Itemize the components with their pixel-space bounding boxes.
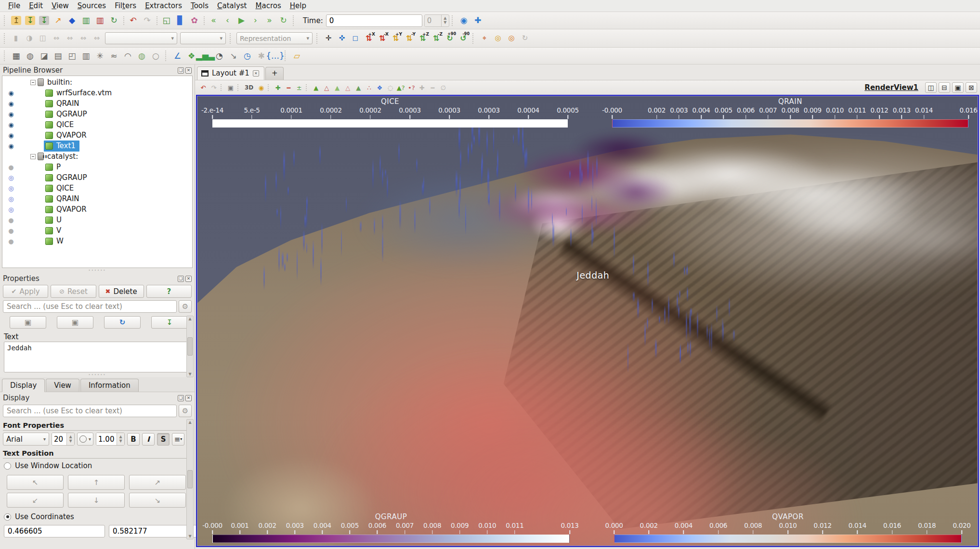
redo-icon[interactable]: ↷	[141, 14, 154, 27]
add-layout-tab[interactable]: +	[265, 67, 284, 80]
hover-cells-icon[interactable]: ✚	[417, 83, 427, 92]
vcr-last-frame-icon[interactable]: »	[263, 14, 276, 27]
select-cells-polygon-icon[interactable]: ▲	[353, 83, 363, 92]
visibility-eye-icon[interactable]: ◎	[2, 206, 20, 213]
search-options-gear-icon[interactable]: ⚙	[179, 405, 192, 417]
bold-toggle[interactable]: B	[127, 433, 140, 446]
italic-toggle[interactable]: I	[142, 433, 155, 446]
position-upper-right-button[interactable]: ↗	[129, 475, 186, 490]
contour-icon[interactable]: ◍	[24, 50, 37, 63]
vcr-first-frame-icon[interactable]: «	[207, 14, 220, 27]
coordinate-y-input[interactable]	[109, 525, 210, 537]
visibility-eye-icon[interactable]: ◎	[2, 185, 20, 192]
render-scene-3d[interactable]: Jeddah	[197, 96, 978, 546]
maximize-view-button[interactable]: ▣	[952, 82, 964, 93]
use-window-location-radio[interactable]	[4, 462, 11, 470]
close-layout-icon[interactable]: ✕	[253, 70, 259, 77]
probe-location-icon[interactable]: ↘	[227, 50, 240, 63]
visibility-eye-icon[interactable]: ◉	[2, 132, 20, 139]
color-flask-icon[interactable]: ◆	[65, 14, 78, 27]
close-panel-icon[interactable]: ✕	[185, 67, 192, 74]
font-color-button[interactable]: ▾	[77, 433, 93, 446]
pipeline-item-qrain[interactable]: ◎QRAIN	[2, 193, 192, 204]
tree-expander-icon[interactable]	[30, 154, 36, 159]
component-combo[interactable]: ▾	[180, 32, 226, 44]
search-options-gear-icon[interactable]: ⚙	[179, 300, 192, 313]
vcr-previous-frame-icon[interactable]: ‹	[221, 14, 234, 27]
pick-center-icon[interactable]: ◎	[492, 32, 504, 44]
camera-redo-icon[interactable]: ↷	[209, 83, 219, 92]
interactive-select-cells-icon[interactable]: ▲?	[396, 83, 405, 92]
open-file-icon[interactable]: ↥	[10, 14, 23, 27]
render-view-title[interactable]: RenderView1	[864, 83, 918, 92]
pipeline-group-row[interactable]: catalyst:	[2, 151, 192, 162]
camera-rotation-icon[interactable]: ↻	[519, 32, 531, 44]
disconnect-icon[interactable]: ▥	[93, 14, 106, 27]
select-cells-frustum-icon[interactable]: ▲	[332, 83, 342, 92]
interactive-select-points-icon[interactable]: •?	[406, 83, 416, 92]
time-input[interactable]	[326, 14, 422, 27]
properties-scrollbar[interactable]: ▲▼	[186, 316, 194, 377]
tree-expander-icon[interactable]	[30, 80, 36, 85]
histogram-icon[interactable]: ▂▅▃	[199, 50, 212, 63]
reset-camera-icon[interactable]: ✛	[322, 32, 335, 44]
subtract-selection-icon[interactable]: ━	[284, 83, 293, 92]
font-size-spinner[interactable]: ▲▼	[52, 433, 75, 446]
time-index-spinner[interactable]: ▲▼	[424, 14, 449, 27]
color-by-combo[interactable]: ▾	[105, 32, 177, 44]
paste-properties-button[interactable]: ▣	[57, 316, 93, 329]
close-panel-icon[interactable]: ✕	[185, 395, 192, 401]
rescale-to-temporal-icon[interactable]: ⇔	[77, 32, 90, 44]
pipeline-item-qrain[interactable]: ◉QRAIN	[2, 98, 192, 109]
camera-undo-icon[interactable]: ↶	[198, 83, 208, 92]
view-minus-X-icon[interactable]: ⇅-X	[376, 32, 389, 44]
render-viewport[interactable]: Jeddah QICE-2.e-145.e-50.00010.00020.000…	[196, 95, 979, 547]
zoom-to-box-icon[interactable]: ◻	[349, 32, 362, 44]
connect-icon[interactable]: ▥	[79, 14, 92, 27]
spinner-arrows-icon[interactable]: ▲▼	[66, 433, 74, 445]
add-selection-icon[interactable]: ✚	[273, 83, 283, 92]
pipeline-item-p[interactable]: ●P	[2, 162, 192, 172]
edit-colormap-icon[interactable]: ◑	[23, 32, 36, 44]
save-file-icon[interactable]: ↧	[24, 14, 37, 27]
show-center-axes-icon[interactable]: ⌖	[478, 32, 491, 44]
auto-apply-icon[interactable]: ↗	[52, 14, 65, 27]
representation-combo[interactable]: Representation▾	[236, 32, 313, 44]
tab-display[interactable]: Display	[2, 379, 45, 392]
menu-file[interactable]: File	[4, 1, 25, 11]
select-points-frustum-icon[interactable]: △	[343, 83, 353, 92]
vcr-loop-icon[interactable]: ↻	[277, 14, 290, 27]
pipeline-item-u[interactable]: ●U	[2, 215, 192, 225]
spinner-arrows-icon[interactable]: ▲▼	[441, 15, 449, 26]
apply-button[interactable]: ✔Apply	[3, 285, 48, 298]
menu-catalyst[interactable]: Catalyst	[213, 1, 251, 11]
pipeline-item-qice[interactable]: ◉QICE	[2, 119, 192, 130]
reload-properties-button[interactable]: ↻	[104, 316, 141, 329]
split-vertical-button[interactable]: ⊟	[939, 82, 950, 93]
zoom-box-interactive-icon[interactable]: ◉	[256, 83, 266, 92]
load-state-icon[interactable]: ◱	[160, 14, 173, 27]
pipeline-item-qvapor[interactable]: ◎QVAPOR	[2, 204, 192, 215]
menu-extractors[interactable]: Extractors	[141, 1, 186, 11]
save-data-icon[interactable]: ↧	[38, 14, 51, 27]
scalar-bar-edit-icon[interactable]: ▊	[174, 14, 187, 27]
pipeline-item-qgraup[interactable]: ◉QGRAUP	[2, 109, 192, 119]
pipeline-item-v[interactable]: ●V	[2, 225, 192, 236]
pipeline-item-qvapor[interactable]: ◉QVAPOR	[2, 130, 192, 140]
separate-colormap-icon[interactable]: ◫	[37, 32, 49, 44]
slice-icon[interactable]: ▤	[52, 50, 65, 63]
close-panel-icon[interactable]: ✕	[185, 276, 192, 282]
python-calculator-icon[interactable]: {…}	[269, 50, 282, 63]
rescale-to-custom-icon[interactable]: ⇔	[64, 32, 76, 44]
visibility-eye-icon[interactable]: ◉	[2, 100, 20, 107]
undo-icon[interactable]: ↶	[127, 14, 140, 27]
select-points-on-surface-icon[interactable]: △	[322, 83, 331, 92]
visibility-eye-icon[interactable]: ◉	[2, 111, 20, 118]
zoom-camera-icon[interactable]: ◉	[457, 14, 470, 27]
visibility-eye-icon[interactable]: ●	[2, 164, 20, 171]
zoom-to-data-icon[interactable]: ✜	[336, 32, 348, 44]
text-value-input[interactable]: Jeddah	[4, 342, 190, 372]
split-horizontal-button[interactable]: ◫	[925, 82, 937, 93]
pipeline-item-text1[interactable]: ◉Text1	[2, 140, 192, 151]
vcr-next-frame-icon[interactable]: ›	[249, 14, 262, 27]
